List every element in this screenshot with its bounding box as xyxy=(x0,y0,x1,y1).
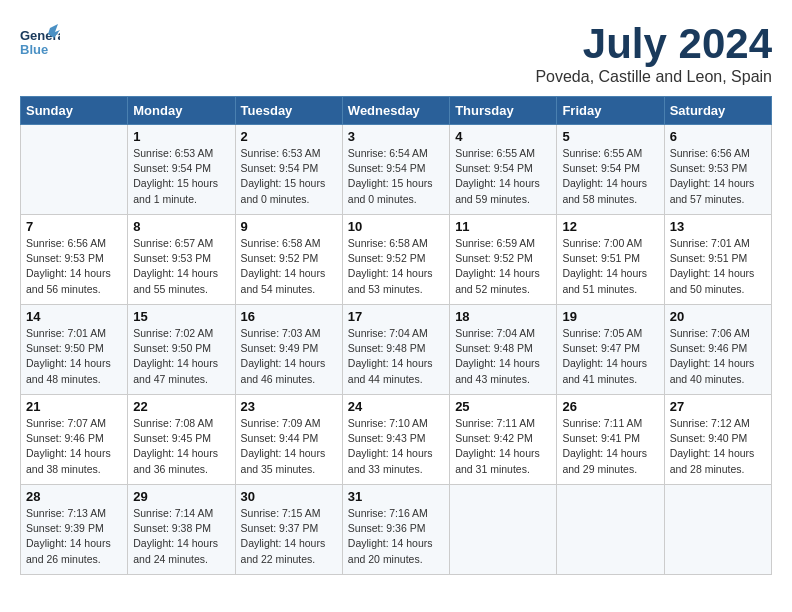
day-number: 28 xyxy=(26,489,122,504)
day-number: 22 xyxy=(133,399,229,414)
day-number: 8 xyxy=(133,219,229,234)
calendar-cell: 2Sunrise: 6:53 AM Sunset: 9:54 PM Daylig… xyxy=(235,125,342,215)
day-info: Sunrise: 6:59 AM Sunset: 9:52 PM Dayligh… xyxy=(455,236,551,297)
day-info: Sunrise: 6:58 AM Sunset: 9:52 PM Dayligh… xyxy=(348,236,444,297)
calendar-cell: 7Sunrise: 6:56 AM Sunset: 9:53 PM Daylig… xyxy=(21,215,128,305)
day-number: 1 xyxy=(133,129,229,144)
weekday-header: Saturday xyxy=(664,97,771,125)
weekday-header: Sunday xyxy=(21,97,128,125)
weekday-header: Thursday xyxy=(450,97,557,125)
day-info: Sunrise: 7:01 AM Sunset: 9:50 PM Dayligh… xyxy=(26,326,122,387)
day-info: Sunrise: 7:11 AM Sunset: 9:42 PM Dayligh… xyxy=(455,416,551,477)
calendar-cell: 27Sunrise: 7:12 AM Sunset: 9:40 PM Dayli… xyxy=(664,395,771,485)
calendar-cell xyxy=(664,485,771,575)
calendar-cell: 5Sunrise: 6:55 AM Sunset: 9:54 PM Daylig… xyxy=(557,125,664,215)
calendar-cell: 8Sunrise: 6:57 AM Sunset: 9:53 PM Daylig… xyxy=(128,215,235,305)
day-number: 7 xyxy=(26,219,122,234)
calendar-cell: 14Sunrise: 7:01 AM Sunset: 9:50 PM Dayli… xyxy=(21,305,128,395)
calendar-cell: 19Sunrise: 7:05 AM Sunset: 9:47 PM Dayli… xyxy=(557,305,664,395)
calendar-cell xyxy=(557,485,664,575)
day-info: Sunrise: 7:12 AM Sunset: 9:40 PM Dayligh… xyxy=(670,416,766,477)
calendar-cell xyxy=(21,125,128,215)
calendar-table: SundayMondayTuesdayWednesdayThursdayFrid… xyxy=(20,96,772,575)
logo-icon: General Blue xyxy=(20,20,60,60)
calendar-cell: 30Sunrise: 7:15 AM Sunset: 9:37 PM Dayli… xyxy=(235,485,342,575)
calendar-cell: 6Sunrise: 6:56 AM Sunset: 9:53 PM Daylig… xyxy=(664,125,771,215)
day-info: Sunrise: 7:13 AM Sunset: 9:39 PM Dayligh… xyxy=(26,506,122,567)
weekday-header: Tuesday xyxy=(235,97,342,125)
day-number: 9 xyxy=(241,219,337,234)
day-number: 24 xyxy=(348,399,444,414)
calendar-cell: 9Sunrise: 6:58 AM Sunset: 9:52 PM Daylig… xyxy=(235,215,342,305)
day-number: 19 xyxy=(562,309,658,324)
day-info: Sunrise: 7:00 AM Sunset: 9:51 PM Dayligh… xyxy=(562,236,658,297)
day-info: Sunrise: 7:02 AM Sunset: 9:50 PM Dayligh… xyxy=(133,326,229,387)
day-number: 4 xyxy=(455,129,551,144)
day-info: Sunrise: 7:05 AM Sunset: 9:47 PM Dayligh… xyxy=(562,326,658,387)
calendar-cell: 25Sunrise: 7:11 AM Sunset: 9:42 PM Dayli… xyxy=(450,395,557,485)
header: General Blue July 2024 Poveda, Castille … xyxy=(20,20,772,86)
logo: General Blue xyxy=(20,20,64,60)
calendar-cell: 17Sunrise: 7:04 AM Sunset: 9:48 PM Dayli… xyxy=(342,305,449,395)
calendar-cell: 20Sunrise: 7:06 AM Sunset: 9:46 PM Dayli… xyxy=(664,305,771,395)
day-info: Sunrise: 7:07 AM Sunset: 9:46 PM Dayligh… xyxy=(26,416,122,477)
weekday-header: Monday xyxy=(128,97,235,125)
calendar-week-row: 7Sunrise: 6:56 AM Sunset: 9:53 PM Daylig… xyxy=(21,215,772,305)
calendar-week-row: 14Sunrise: 7:01 AM Sunset: 9:50 PM Dayli… xyxy=(21,305,772,395)
day-info: Sunrise: 7:03 AM Sunset: 9:49 PM Dayligh… xyxy=(241,326,337,387)
day-info: Sunrise: 6:54 AM Sunset: 9:54 PM Dayligh… xyxy=(348,146,444,207)
calendar-cell: 3Sunrise: 6:54 AM Sunset: 9:54 PM Daylig… xyxy=(342,125,449,215)
day-info: Sunrise: 7:01 AM Sunset: 9:51 PM Dayligh… xyxy=(670,236,766,297)
calendar-week-row: 28Sunrise: 7:13 AM Sunset: 9:39 PM Dayli… xyxy=(21,485,772,575)
calendar-cell: 24Sunrise: 7:10 AM Sunset: 9:43 PM Dayli… xyxy=(342,395,449,485)
day-number: 29 xyxy=(133,489,229,504)
day-number: 5 xyxy=(562,129,658,144)
calendar-cell: 1Sunrise: 6:53 AM Sunset: 9:54 PM Daylig… xyxy=(128,125,235,215)
day-info: Sunrise: 7:10 AM Sunset: 9:43 PM Dayligh… xyxy=(348,416,444,477)
calendar-cell: 12Sunrise: 7:00 AM Sunset: 9:51 PM Dayli… xyxy=(557,215,664,305)
svg-text:Blue: Blue xyxy=(20,42,48,57)
day-number: 11 xyxy=(455,219,551,234)
month-title: July 2024 xyxy=(535,20,772,68)
day-number: 21 xyxy=(26,399,122,414)
calendar-cell: 16Sunrise: 7:03 AM Sunset: 9:49 PM Dayli… xyxy=(235,305,342,395)
day-info: Sunrise: 7:08 AM Sunset: 9:45 PM Dayligh… xyxy=(133,416,229,477)
day-number: 3 xyxy=(348,129,444,144)
calendar-cell: 22Sunrise: 7:08 AM Sunset: 9:45 PM Dayli… xyxy=(128,395,235,485)
calendar-cell: 4Sunrise: 6:55 AM Sunset: 9:54 PM Daylig… xyxy=(450,125,557,215)
day-info: Sunrise: 6:53 AM Sunset: 9:54 PM Dayligh… xyxy=(133,146,229,207)
day-number: 20 xyxy=(670,309,766,324)
day-info: Sunrise: 7:04 AM Sunset: 9:48 PM Dayligh… xyxy=(455,326,551,387)
location-subtitle: Poveda, Castille and Leon, Spain xyxy=(535,68,772,86)
calendar-cell: 23Sunrise: 7:09 AM Sunset: 9:44 PM Dayli… xyxy=(235,395,342,485)
calendar-cell: 26Sunrise: 7:11 AM Sunset: 9:41 PM Dayli… xyxy=(557,395,664,485)
day-number: 2 xyxy=(241,129,337,144)
day-number: 30 xyxy=(241,489,337,504)
calendar-cell: 18Sunrise: 7:04 AM Sunset: 9:48 PM Dayli… xyxy=(450,305,557,395)
day-number: 14 xyxy=(26,309,122,324)
calendar-week-row: 21Sunrise: 7:07 AM Sunset: 9:46 PM Dayli… xyxy=(21,395,772,485)
day-info: Sunrise: 7:11 AM Sunset: 9:41 PM Dayligh… xyxy=(562,416,658,477)
calendar-cell: 28Sunrise: 7:13 AM Sunset: 9:39 PM Dayli… xyxy=(21,485,128,575)
day-info: Sunrise: 6:56 AM Sunset: 9:53 PM Dayligh… xyxy=(670,146,766,207)
weekday-header: Wednesday xyxy=(342,97,449,125)
day-info: Sunrise: 7:04 AM Sunset: 9:48 PM Dayligh… xyxy=(348,326,444,387)
day-info: Sunrise: 6:58 AM Sunset: 9:52 PM Dayligh… xyxy=(241,236,337,297)
day-number: 16 xyxy=(241,309,337,324)
calendar-cell: 21Sunrise: 7:07 AM Sunset: 9:46 PM Dayli… xyxy=(21,395,128,485)
day-info: Sunrise: 7:14 AM Sunset: 9:38 PM Dayligh… xyxy=(133,506,229,567)
day-number: 23 xyxy=(241,399,337,414)
day-number: 10 xyxy=(348,219,444,234)
day-number: 27 xyxy=(670,399,766,414)
day-info: Sunrise: 6:53 AM Sunset: 9:54 PM Dayligh… xyxy=(241,146,337,207)
calendar-cell: 10Sunrise: 6:58 AM Sunset: 9:52 PM Dayli… xyxy=(342,215,449,305)
calendar-cell xyxy=(450,485,557,575)
calendar-cell: 15Sunrise: 7:02 AM Sunset: 9:50 PM Dayli… xyxy=(128,305,235,395)
day-number: 17 xyxy=(348,309,444,324)
day-number: 6 xyxy=(670,129,766,144)
day-number: 15 xyxy=(133,309,229,324)
calendar-week-row: 1Sunrise: 6:53 AM Sunset: 9:54 PM Daylig… xyxy=(21,125,772,215)
day-number: 25 xyxy=(455,399,551,414)
calendar-cell: 13Sunrise: 7:01 AM Sunset: 9:51 PM Dayli… xyxy=(664,215,771,305)
day-number: 26 xyxy=(562,399,658,414)
